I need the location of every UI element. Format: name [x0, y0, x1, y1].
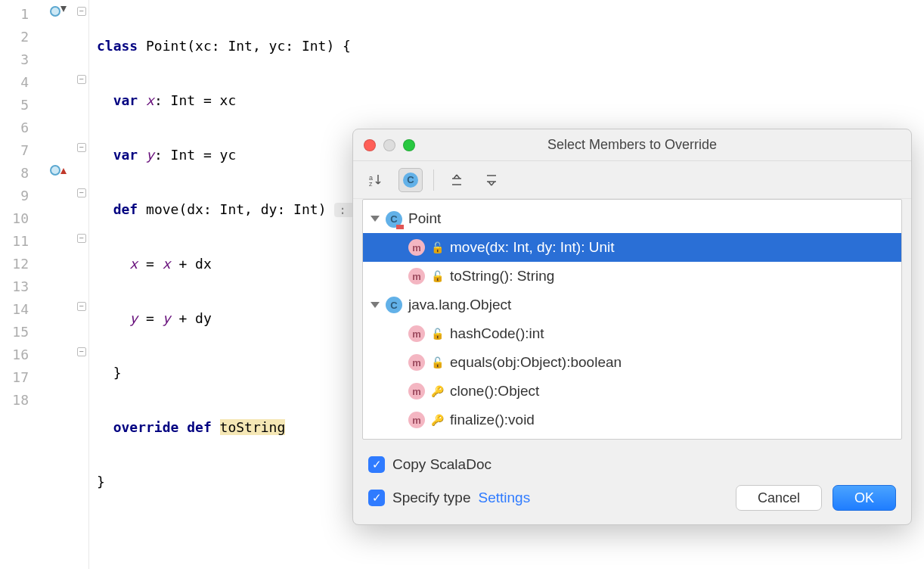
- tree-label: move(dx: Int, dy: Int): Unit: [450, 239, 615, 256]
- line-number: 2: [0, 26, 36, 48]
- override-up-icon[interactable]: [50, 165, 60, 176]
- tree-label: clone():Object: [450, 383, 539, 400]
- line-number: 11: [0, 230, 36, 253]
- lock-open-icon: 🔓: [431, 328, 444, 340]
- line-number: 5: [0, 94, 36, 117]
- line-number-gutter: 1 2 3 4 5 6 7 8 9 10 11 12 13 14 15 16 1…: [0, 0, 36, 569]
- key-icon: 🔑: [431, 385, 444, 397]
- ok-button[interactable]: OK: [833, 485, 896, 511]
- tree-class-point[interactable]: Point: [363, 204, 901, 233]
- override-down-icon[interactable]: [50, 6, 60, 17]
- class-icon: [386, 297, 402, 313]
- method-icon: [408, 354, 425, 371]
- tree-label: finalize():void: [450, 412, 535, 428]
- tree-member-equals[interactable]: 🔓 equals(obj:Object):boolean: [363, 348, 901, 377]
- tree-label: toString(): String: [450, 268, 554, 284]
- specify-type-checkbox[interactable]: ✓: [368, 490, 385, 506]
- fold-toggle-icon[interactable]: −: [77, 234, 86, 243]
- override-members-dialog: Select Members to Override az Point 🔓 mo…: [352, 129, 912, 525]
- tree-label: Point: [408, 210, 441, 227]
- method-icon: [408, 239, 425, 256]
- fold-toggle-icon[interactable]: −: [77, 7, 86, 16]
- line-number: 16: [0, 344, 36, 366]
- fold-gutter: − − − − − − −: [74, 0, 89, 569]
- line-number: 1: [0, 3, 36, 26]
- line-number: 12: [0, 253, 36, 275]
- method-icon: [408, 412, 425, 428]
- dialog-titlebar: Select Members to Override: [353, 129, 911, 161]
- fold-toggle-icon[interactable]: −: [77, 302, 86, 311]
- sort-alpha-button[interactable]: az: [364, 168, 388, 192]
- copy-scaladoc-checkbox[interactable]: ✓: [368, 456, 385, 473]
- line-number: 9: [0, 185, 36, 207]
- copy-scaladoc-label: Copy ScalaDoc: [392, 456, 491, 473]
- marker-gutter: [36, 0, 74, 569]
- tree-member-finalize[interactable]: 🔑 finalize():void: [363, 406, 901, 434]
- line-number: 4: [0, 71, 36, 94]
- line-number: 3: [0, 48, 36, 71]
- line-number: 18: [0, 389, 36, 412]
- line-number: 10: [0, 207, 36, 230]
- filter-class-button[interactable]: [398, 168, 423, 192]
- chevron-down-icon[interactable]: [371, 302, 380, 308]
- method-icon: [408, 325, 425, 342]
- fold-end-icon[interactable]: −: [77, 143, 86, 152]
- method-icon: [408, 268, 425, 284]
- line-number: 6: [0, 117, 36, 139]
- line-number: 7: [0, 139, 36, 162]
- lock-open-icon: 🔓: [431, 270, 444, 282]
- tree-member-clone[interactable]: 🔑 clone():Object: [363, 377, 901, 406]
- tree-label: java.lang.Object: [408, 297, 511, 313]
- tree-label: hashCode():int: [450, 325, 544, 342]
- dialog-toolbar: az: [353, 161, 911, 199]
- chevron-down-icon[interactable]: [371, 216, 380, 222]
- svg-text:z: z: [369, 180, 373, 187]
- line-number: 14: [0, 298, 36, 321]
- class-icon: [403, 173, 418, 188]
- specify-type-label: Specify type: [392, 490, 471, 506]
- method-icon: [408, 383, 425, 400]
- settings-link[interactable]: Settings: [479, 490, 531, 506]
- lock-open-icon: 🔓: [431, 241, 444, 253]
- cancel-button[interactable]: Cancel: [736, 485, 822, 511]
- line-number: 13: [0, 275, 36, 298]
- expand-all-button[interactable]: [445, 168, 469, 192]
- dialog-title: Select Members to Override: [353, 137, 911, 153]
- tree-label: equals(obj:Object):boolean: [450, 354, 622, 371]
- line-number: 17: [0, 366, 36, 389]
- fold-toggle-icon[interactable]: −: [77, 75, 86, 84]
- lock-open-icon: 🔓: [431, 356, 444, 368]
- collapse-all-button[interactable]: [479, 168, 504, 192]
- tree-member-tostring[interactable]: 🔓 toString(): String: [363, 262, 901, 291]
- tree-class-object[interactable]: java.lang.Object: [363, 291, 901, 319]
- line-number: 15: [0, 321, 36, 344]
- fold-end-icon[interactable]: −: [77, 347, 86, 356]
- fold-end-icon[interactable]: −: [77, 188, 86, 197]
- members-tree[interactable]: Point 🔓 move(dx: Int, dy: Int): Unit 🔓 t…: [362, 199, 902, 440]
- line-number: 8: [0, 162, 36, 185]
- key-icon: 🔑: [431, 414, 444, 426]
- dialog-options: ✓ Copy ScalaDoc ✓ Specify type Settings …: [353, 449, 911, 524]
- tree-member-hashcode[interactable]: 🔓 hashCode():int: [363, 319, 901, 348]
- tree-member-move[interactable]: 🔓 move(dx: Int, dy: Int): Unit: [363, 233, 901, 262]
